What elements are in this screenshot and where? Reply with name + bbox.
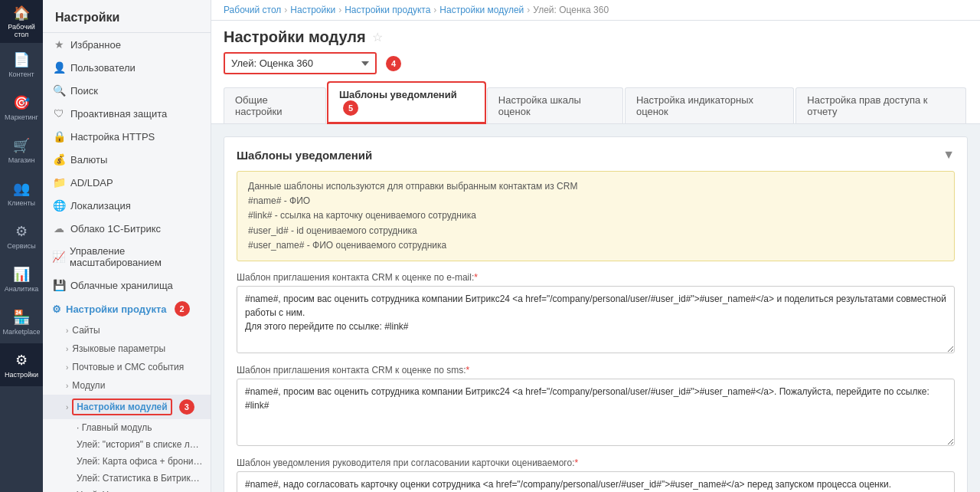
breadcrumb-product[interactable]: Настройки продукта [345, 5, 430, 15]
sidebar-nav: Настройки ★ Избранное 👤 Пользователи 🔍 П… [43, 0, 211, 492]
tab-general[interactable]: Общие настройки [224, 87, 326, 123]
nav-sub2-hive-resources[interactable]: Улей: Управление ресурсами сот [43, 487, 211, 492]
nav-item-cloud[interactable]: ☁ Облако 1С-Битрикс [43, 217, 211, 240]
module-settings-badge: 3 [179, 399, 194, 415]
nav-sub-module-settings[interactable]: › Настройки модулей 3 [43, 395, 211, 419]
nav-sub2-hive-stat[interactable]: Улей: Статистика в Битрикс24 [43, 470, 211, 487]
proactive-icon: 🛡 [52, 107, 66, 120]
page-title: Настройки модуля [224, 28, 366, 46]
breadcrumb-modules[interactable]: Настройки модулей [439, 5, 524, 15]
module-selector-row: Улей: Оценка 360 Главный модуль CRM DAV … [224, 52, 968, 74]
sidebar-item-settings[interactable]: ⚙ Настройки [0, 343, 43, 386]
search-nav-icon: 🔍 [52, 84, 66, 97]
nav-sub-mail[interactable]: › Почтовые и СМС события [43, 358, 211, 376]
desktop-icon: 🏠 [13, 5, 30, 21]
sidebar-item-clients[interactable]: 👥 Клиенты [0, 172, 43, 215]
nav-item-users[interactable]: 👤 Пользователи [43, 56, 211, 79]
adldap-icon: 📁 [52, 176, 66, 189]
sidebar-nav-header: Настройки [43, 0, 211, 33]
sidebar-item-marketing[interactable]: 🎯 Маркетинг [0, 86, 43, 129]
page-header: Настройки модуля ☆ Улей: Оценка 360 Глав… [211, 21, 980, 124]
field1-label: Шаблон приглашения контакта CRM к оценке… [237, 272, 955, 283]
module-dropdown[interactable]: Улей: Оценка 360 Главный модуль CRM DAV [224, 52, 377, 74]
marketing-icon: 🎯 [13, 94, 30, 111]
section-card: Шаблоны уведомлений ▼ Данные шаблоны исп… [224, 136, 968, 492]
breadcrumb-desktop[interactable]: Рабочий стол [224, 5, 281, 15]
nav-sub2-main[interactable]: · Главный модуль [43, 419, 211, 436]
tab-scale[interactable]: Настройка шкалы оценок [487, 87, 623, 123]
nav-item-https[interactable]: 🔒 Настройка HTTPS [43, 125, 211, 148]
tab-access[interactable]: Настройка прав доступа к отчету [795, 87, 966, 123]
breadcrumb-current: Улей: Оценка 360 [533, 5, 609, 15]
favorite-star-icon[interactable]: ☆ [372, 30, 383, 44]
info-box: Данные шаблоны используются для отправки… [237, 171, 955, 261]
tab-templates[interactable]: Шаблоны уведомлений 5 [328, 82, 485, 123]
page-title-row: Настройки модуля ☆ [224, 28, 968, 46]
users-icon: 👤 [52, 61, 66, 74]
product-settings-badge: 2 [175, 301, 190, 317]
bullet-icon-module: › [66, 403, 68, 412]
field2-label: Шаблон приглашения контакта CRM к оценке… [237, 365, 955, 376]
tabs-row: Общие настройки Шаблоны уведомлений 5 На… [224, 82, 968, 123]
field1-textarea[interactable] [237, 286, 955, 353]
localization-icon: 🌐 [52, 199, 66, 212]
main-content: Рабочий стол › Настройки › Настройки про… [211, 0, 980, 492]
section-collapse-icon[interactable]: ▼ [942, 148, 955, 162]
field3-textarea[interactable] [237, 471, 955, 492]
product-settings-icon: ⚙ [52, 303, 61, 315]
sidebar-item-services[interactable]: ⚙ Сервисы [0, 215, 43, 257]
nav-sub2-hive-office[interactable]: Улей: Карта офиса + бронирование [43, 453, 211, 470]
nav-item-storage[interactable]: 💾 Облачные хранилища [43, 274, 211, 297]
cloud-icon: ☁ [52, 222, 66, 235]
breadcrumb: Рабочий стол › Настройки › Настройки про… [211, 0, 980, 21]
breadcrumb-sep3: › [433, 5, 436, 15]
nav-sub2-hive-history[interactable]: Улей: "история" в списке лидов: [43, 436, 211, 453]
scaling-icon: 📈 [52, 251, 65, 263]
section-title: Шаблоны уведомлений [237, 149, 372, 162]
sidebar-item-analytics[interactable]: 📊 Аналитика [0, 257, 43, 300]
clients-icon: 👥 [13, 180, 30, 197]
nav-item-localization[interactable]: 🌐 Локализация [43, 194, 211, 217]
analytics-icon: 📊 [13, 266, 30, 283]
currency-icon: 💰 [52, 153, 66, 166]
nav-item-product-settings[interactable]: ⚙ Настройки продукта 2 [43, 297, 211, 321]
breadcrumb-sep2: › [338, 5, 341, 15]
nav-item-currency[interactable]: 💰 Валюты [43, 148, 211, 171]
bullet-icon: · [77, 422, 79, 433]
bullet-icon: › [66, 326, 68, 335]
breadcrumb-settings[interactable]: Настройки [290, 5, 335, 15]
https-icon: 🔒 [52, 130, 66, 143]
module-dropdown-badge: 4 [386, 56, 401, 71]
store-icon: 🛒 [13, 137, 30, 154]
nav-item-proactive[interactable]: 🛡 Проактивная защита [43, 102, 211, 125]
templates-tab-badge: 5 [343, 100, 358, 116]
nav-sub-lang[interactable]: › Языковые параметры [43, 339, 211, 358]
module-settings-label: Настройки модулей [72, 399, 172, 415]
bullet-icon: › [66, 363, 68, 372]
storage-icon: 💾 [52, 279, 66, 291]
marketplace-icon: 🏪 [13, 309, 30, 326]
sidebar-item-content[interactable]: 📄 Контент [0, 43, 43, 86]
bullet-icon: › [66, 382, 68, 390]
sidebar-item-store[interactable]: 🛒 Магазин [0, 129, 43, 172]
nav-item-scaling[interactable]: 📈 Управление масштабированием [43, 240, 211, 274]
bullet-icon: › [66, 345, 68, 353]
nav-sub-modules[interactable]: › Модули [43, 376, 211, 395]
nav-sub-sites[interactable]: › Сайты [43, 321, 211, 339]
services-icon: ⚙ [13, 223, 30, 240]
field3-label: Шаблон уведомления руководителя при согл… [237, 458, 955, 468]
tab-indicators[interactable]: Настройка индикаторных оценок [625, 87, 794, 123]
nav-item-favorites[interactable]: ★ Избранное [43, 33, 211, 56]
content-icon: 📄 [13, 51, 30, 68]
settings-icon: ⚙ [13, 352, 30, 369]
nav-item-search[interactable]: 🔍 Поиск [43, 79, 211, 102]
page-body: Шаблоны уведомлений ▼ Данные шаблоны исп… [211, 124, 980, 492]
breadcrumb-sep4: › [527, 5, 530, 15]
nav-item-adldap[interactable]: 📁 AD/LDAP [43, 171, 211, 194]
breadcrumb-sep1: › [284, 5, 287, 15]
field2-textarea[interactable] [237, 379, 955, 446]
sidebar-item-desktop[interactable]: 🏠 Рабочий стол [0, 0, 43, 43]
section-title-row: Шаблоны уведомлений ▼ [237, 148, 955, 162]
sidebar-item-marketplace[interactable]: 🏪 Marketplace [0, 300, 43, 343]
sidebar-icons-panel: 🏠 Рабочий стол 📄 Контент 🎯 Маркетинг 🛒 М… [0, 0, 43, 492]
